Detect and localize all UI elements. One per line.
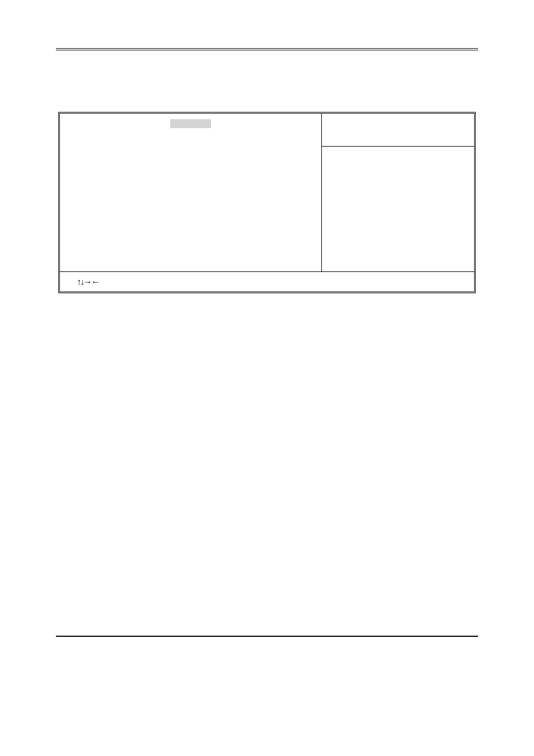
bios-panel: Boot ↑↓→← bbox=[58, 112, 476, 293]
panel-right bbox=[321, 114, 474, 271]
panel-right-body bbox=[322, 147, 474, 271]
tab-selected[interactable]: Boot bbox=[170, 119, 211, 128]
panel-main: Boot bbox=[60, 114, 474, 271]
panel-footer: ↑↓→← bbox=[60, 271, 474, 292]
top-double-rule bbox=[56, 48, 478, 50]
bottom-rule bbox=[56, 636, 478, 637]
tab-bar: Boot bbox=[68, 119, 313, 128]
panel-right-header bbox=[322, 114, 474, 147]
arrow-keys-icon: ↑↓→← bbox=[77, 278, 99, 287]
panel-left: Boot bbox=[60, 114, 321, 271]
